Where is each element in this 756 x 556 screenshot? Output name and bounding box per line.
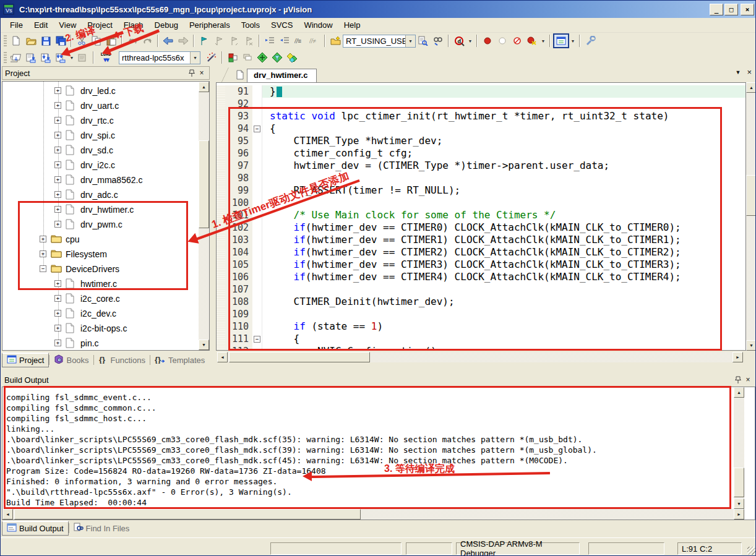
build-output-hscrollbar[interactable]: ◄ ► (2, 509, 744, 520)
indent-button[interactable] (262, 34, 277, 48)
scroll-left-icon[interactable]: ◄ (2, 509, 13, 520)
expand-icon[interactable]: + (54, 87, 61, 94)
menu-item-help[interactable]: Help (338, 19, 366, 32)
configure-flash-menu-icon[interactable] (328, 34, 343, 48)
menu-item-svcs[interactable]: SVCS (265, 19, 298, 32)
scroll-down-icon[interactable]: ▼ (746, 340, 756, 351)
expand-icon[interactable]: + (54, 102, 61, 109)
menu-item-file[interactable]: File (4, 19, 28, 32)
save-button[interactable] (38, 34, 53, 48)
scroll-thumb[interactable] (14, 509, 361, 520)
select-software-packs-button[interactable] (270, 51, 285, 64)
comment-selection-button[interactable]: //≡ (292, 34, 307, 48)
pin-icon[interactable] (187, 68, 197, 78)
toolbar-grip[interactable] (4, 35, 7, 46)
document-list-chevron-icon[interactable]: ▼ (735, 69, 741, 75)
project-panel-tab-functions[interactable]: {}Functions (94, 353, 150, 367)
chevron-down-icon[interactable]: ▼ (569, 34, 577, 48)
open-file-button[interactable] (24, 34, 38, 48)
options-for-target-button[interactable] (204, 51, 219, 64)
insert-bookmark-button[interactable] (197, 34, 212, 48)
tree-item-drv-spi-c[interactable]: +drv_spi.c (2, 128, 199, 143)
menu-item-tools[interactable]: Tools (236, 19, 265, 32)
resize-grip[interactable] (747, 547, 755, 555)
translate-file-button[interactable] (9, 51, 24, 64)
define-combo[interactable]: RT_USING_USER_MAI ▼ (343, 35, 416, 48)
pack-installer-button[interactable] (285, 51, 299, 64)
chevron-down-icon[interactable]: ▼ (466, 34, 474, 48)
expand-icon[interactable]: + (54, 176, 61, 183)
project-window-toggle-button[interactable] (553, 33, 569, 48)
clear-bookmarks-button[interactable] (241, 34, 256, 48)
output-tab-build-output[interactable]: Build Output (2, 521, 69, 536)
scroll-thumb[interactable] (199, 140, 209, 228)
maximize-button[interactable]: □ (724, 4, 738, 15)
build-output-vscrollbar[interactable]: ▲ ▼ (734, 387, 744, 509)
manage-multiproject-button[interactable] (240, 51, 255, 64)
scroll-down-icon[interactable]: ▼ (199, 340, 209, 350)
scroll-right-icon[interactable]: ► (734, 509, 744, 520)
tree-item-drv-rtc-c[interactable]: +drv_rtc.c (2, 113, 199, 128)
menu-item-window[interactable]: Window (298, 19, 338, 32)
menu-item-peripherals[interactable]: Peripherals (184, 19, 236, 32)
manage-project-items-button[interactable] (225, 51, 240, 64)
disable-all-breakpoints-button[interactable] (510, 34, 525, 48)
tree-item-drv-sd-c[interactable]: +drv_sd.c (2, 143, 199, 158)
scroll-up-icon[interactable]: ▲ (199, 82, 209, 92)
uncomment-selection-button[interactable]: //≠ (307, 34, 322, 48)
expand-icon[interactable]: + (54, 161, 61, 168)
build-button[interactable] (24, 51, 38, 64)
project-tree-vscrollbar[interactable]: ▲ ▼ (199, 82, 209, 350)
scroll-up-icon[interactable]: ▲ (746, 82, 756, 93)
find-references-button[interactable] (431, 34, 445, 48)
find-in-files-button[interactable] (416, 34, 431, 48)
pin-icon[interactable] (733, 375, 743, 385)
editor-vscrollbar[interactable]: ▲ ▼ (746, 82, 756, 351)
output-tab-find-in-files[interactable]: Find In Files (69, 521, 134, 536)
tree-item-drv-i2c-c[interactable]: +drv_i2c.c (2, 158, 199, 173)
expand-icon[interactable]: + (54, 147, 61, 153)
tree-item-drv-led-c[interactable]: +drv_led.c (2, 83, 199, 98)
expand-icon[interactable]: + (54, 132, 61, 139)
scroll-thumb[interactable] (229, 352, 370, 362)
start-stop-debug-button[interactable]: d (452, 34, 466, 48)
project-panel-header[interactable]: Project × (2, 66, 210, 80)
project-panel-tab-templates[interactable]: {}Templates (150, 353, 209, 367)
code-text[interactable]: } (262, 85, 746, 98)
kill-all-breakpoints-button[interactable] (525, 34, 539, 48)
scroll-thumb[interactable] (734, 468, 744, 497)
expand-icon[interactable]: + (54, 295, 61, 302)
target-select-combo[interactable]: rtthread-lpc55s6x ▼ (119, 51, 200, 64)
close-document-icon[interactable]: × (747, 69, 752, 75)
manage-rte-button[interactable] (255, 51, 270, 64)
expand-icon[interactable]: + (54, 117, 61, 124)
navigate-forward-button[interactable] (176, 34, 191, 48)
stop-build-button[interactable] (75, 51, 90, 64)
scroll-thumb[interactable] (746, 175, 756, 216)
build-output-header[interactable]: Build Output × (2, 373, 755, 387)
menu-item-edit[interactable]: Edit (28, 19, 53, 32)
close-button[interactable]: × (741, 4, 754, 15)
close-icon[interactable]: × (197, 68, 207, 78)
insert-breakpoint-button[interactable] (480, 34, 495, 48)
expand-icon[interactable]: + (54, 325, 61, 331)
expand-icon[interactable]: + (54, 310, 61, 317)
unindent-button[interactable] (277, 34, 292, 48)
scroll-up-icon[interactable]: ▲ (734, 387, 744, 398)
minimize-button[interactable]: _ (710, 4, 723, 15)
project-panel-tab-project[interactable]: Project (2, 353, 49, 367)
tree-item-i2c-dev-c[interactable]: +i2c_dev.c (2, 306, 199, 321)
chevron-down-icon[interactable]: ▼ (190, 52, 200, 64)
tree-item-i2c-bit-ops-c[interactable]: +i2c-bit-ops.c (2, 321, 199, 336)
chevron-down-icon[interactable]: ▼ (539, 34, 547, 48)
new-file-button[interactable] (9, 34, 24, 48)
code-line-91[interactable]: 91} (217, 85, 746, 98)
scroll-left-icon[interactable]: ◄ (217, 352, 228, 362)
tree-item-drv-adc-c[interactable]: +drv_adc.c (2, 187, 199, 202)
chevron-down-icon[interactable]: ▼ (405, 35, 415, 47)
scroll-right-icon[interactable]: ► (732, 352, 743, 362)
rebuild-all-button[interactable] (38, 51, 53, 64)
enable-disable-breakpoint-button[interactable] (495, 34, 510, 48)
expand-icon[interactable]: + (54, 191, 61, 198)
editor-tab-drv-hwtimer[interactable]: drv_hwtimer.c (247, 69, 317, 82)
